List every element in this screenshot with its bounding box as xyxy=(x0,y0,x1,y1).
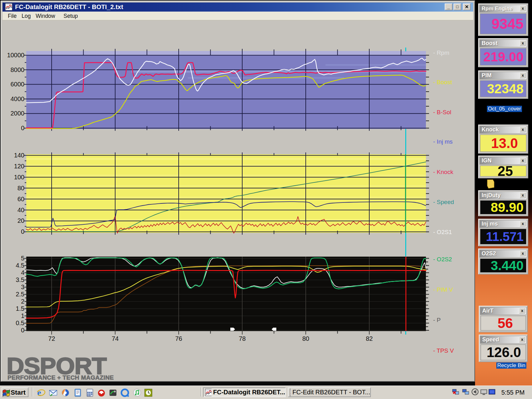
svg-text:60: 60 xyxy=(18,196,24,202)
svg-text:5: 5 xyxy=(21,255,24,262)
svg-text:80: 80 xyxy=(302,335,309,342)
svg-text:20: 20 xyxy=(18,217,24,224)
svg-text:2: 2 xyxy=(21,298,24,305)
svg-text:40: 40 xyxy=(18,207,24,213)
svg-text:1: 1 xyxy=(21,312,24,319)
svg-text:2000: 2000 xyxy=(11,110,25,117)
svg-text:4: 4 xyxy=(21,269,24,276)
svg-text:3: 3 xyxy=(21,284,24,290)
svg-text:0: 0 xyxy=(21,125,24,131)
svg-text:78: 78 xyxy=(239,335,246,342)
svg-text:80: 80 xyxy=(18,185,24,192)
svg-text:100: 100 xyxy=(14,174,24,181)
svg-text:2.5: 2.5 xyxy=(16,291,24,298)
svg-text:8000: 8000 xyxy=(11,66,25,73)
svg-text:72: 72 xyxy=(48,335,55,342)
svg-text:0: 0 xyxy=(21,327,24,334)
svg-text:0: 0 xyxy=(21,228,24,235)
svg-text:82: 82 xyxy=(366,335,373,342)
svg-text:0.5: 0.5 xyxy=(16,320,24,326)
svg-text:1.5: 1.5 xyxy=(16,305,24,312)
svg-text:10000: 10000 xyxy=(7,52,24,59)
svg-text:4.5: 4.5 xyxy=(16,262,24,269)
svg-text:4000: 4000 xyxy=(11,95,25,102)
svg-text:6000: 6000 xyxy=(11,81,25,88)
svg-text:74: 74 xyxy=(112,335,119,342)
svg-text:140: 140 xyxy=(14,152,24,159)
svg-text:76: 76 xyxy=(175,335,182,342)
svg-text:3.5: 3.5 xyxy=(16,276,24,283)
svg-text:120: 120 xyxy=(14,163,24,170)
svg-text:e: e xyxy=(37,388,41,397)
